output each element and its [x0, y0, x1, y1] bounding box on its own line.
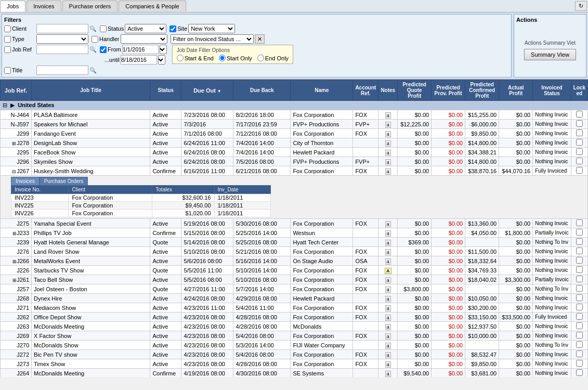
- job-title-cell[interactable]: PLASA Baltimore: [32, 110, 150, 120]
- job-title-cell[interactable]: Phillips TV Job: [32, 228, 150, 238]
- job-title-cell[interactable]: Land Rover Show: [32, 247, 150, 256]
- job-title-cell[interactable]: Bic Pen TV show: [32, 350, 150, 359]
- collapse-icon[interactable]: ⊟: [12, 169, 16, 174]
- job-title-cell[interactable]: Fandango Event: [32, 129, 150, 138]
- th-job-ref[interactable]: Job Ref.: [1, 80, 32, 101]
- from-label: From: [108, 46, 121, 53]
- job-ref-cell[interactable]: ⊟J267: [1, 166, 32, 176]
- filters-label: Filters: [4, 17, 509, 23]
- tab-purchase-orders[interactable]: Purchase orders: [62, 1, 118, 11]
- job-ref-cell[interactable]: ⊞J278: [1, 138, 32, 148]
- from-input[interactable]: [122, 45, 159, 54]
- th-status[interactable]: Status: [150, 80, 181, 101]
- job-title-cell[interactable]: McDonalds Meeting: [32, 322, 150, 331]
- status-checkbox[interactable]: [100, 25, 107, 32]
- status-select[interactable]: Active: [125, 24, 166, 33]
- job-title-cell[interactable]: FaceBook Show: [32, 148, 150, 157]
- date-option-end-only[interactable]: End Only: [257, 55, 289, 61]
- subtab-purchase-orders[interactable]: Purchase Orders: [40, 177, 88, 185]
- th-predicted-prov[interactable]: Predicted Prov. Profit: [432, 80, 465, 101]
- locked-cell[interactable]: [571, 110, 587, 120]
- type-checkbox[interactable]: [4, 36, 11, 43]
- jobref-checkbox[interactable]: [4, 46, 11, 53]
- expand-icon[interactable]: ⊞: [12, 141, 16, 146]
- due-back-cell: 8/2/2016 18:00: [233, 110, 291, 120]
- job-title-cell[interactable]: DesignLab Show: [32, 138, 150, 148]
- job-title-cell[interactable]: Mediacom Show: [32, 303, 150, 313]
- th-locked[interactable]: Lock ed: [571, 80, 587, 101]
- job-title-cell[interactable]: Taco Bell Show: [32, 275, 150, 284]
- until-dropdown[interactable]: [158, 55, 165, 64]
- filter-invoiced-clear[interactable]: ✕: [255, 34, 265, 44]
- title-checkbox[interactable]: [4, 67, 11, 74]
- job-ref-cell[interactable]: J296: [1, 157, 32, 166]
- job-title-cell[interactable]: Office Depot Show: [32, 313, 150, 322]
- until-label: ...until: [100, 57, 120, 63]
- tab-jobs[interactable]: Jobs: [0, 1, 25, 12]
- until-input[interactable]: [121, 55, 157, 64]
- th-predicted-confirmed[interactable]: Predicted Confirmed Profit: [465, 80, 499, 101]
- group-name: United States: [18, 102, 54, 108]
- th-invoiced-status[interactable]: Invoiced Status: [533, 80, 571, 101]
- th-actual-profit[interactable]: Actual Profit: [499, 80, 533, 101]
- title-search-icon[interactable]: 🔍: [89, 67, 97, 74]
- job-title-cell[interactable]: X Factor Show: [32, 331, 150, 341]
- date-option-start-end[interactable]: Start & End: [177, 55, 214, 61]
- filter-invoiced-select[interactable]: Filter on Invoiced Status ...: [171, 34, 254, 44]
- table-row: J299 Fandango Event Active 7/1/2016 08:0…: [1, 129, 588, 138]
- from-dropdown[interactable]: [160, 45, 167, 54]
- job-ref-cell[interactable]: N-J464: [1, 110, 32, 120]
- job-title-cell[interactable]: Yamaha Special Event: [32, 219, 150, 228]
- title-input[interactable]: [36, 66, 88, 75]
- type-select[interactable]: [36, 34, 88, 44]
- th-predicted-quote[interactable]: Predicted Quote Profit: [398, 80, 432, 101]
- job-title-cell[interactable]: Joel Osteen - Boston: [32, 284, 150, 294]
- job-ref-cell[interactable]: N-J597: [1, 120, 32, 129]
- table-row: J239 Hyatt Hotels General Manage Quote 5…: [1, 238, 588, 247]
- th-name[interactable]: Name: [291, 80, 353, 101]
- due-out-sort-icon: ▼: [217, 89, 221, 94]
- refresh-button[interactable]: ↻: [575, 1, 587, 11]
- date-option-start-only[interactable]: Start Only: [219, 55, 252, 61]
- from-checkbox[interactable]: [100, 46, 107, 53]
- group-expand-us[interactable]: ⊟: [3, 102, 7, 108]
- status-cell: Active: [150, 110, 181, 120]
- table-row: J226 Starbucks TV Show Quote 5/5/2016 11…: [1, 266, 588, 275]
- th-due-back[interactable]: Due Back: [233, 80, 291, 101]
- th-due-out[interactable]: Due Out ▼: [181, 80, 233, 101]
- job-title-cell[interactable]: McDonalds Show: [32, 341, 150, 350]
- handler-select[interactable]: [121, 34, 167, 44]
- job-title-cell[interactable]: Hyatt Hotels General Manage: [32, 238, 150, 247]
- job-ref-cell[interactable]: J295: [1, 148, 32, 157]
- job-title-cell[interactable]: McDonalds Meeting: [32, 369, 150, 378]
- job-title-cell[interactable]: Huskey-Smith Wedding: [32, 166, 150, 176]
- handler-checkbox[interactable]: [92, 36, 98, 43]
- client-input[interactable]: [36, 24, 88, 33]
- job-title-cell[interactable]: Skymiles Show: [32, 157, 150, 166]
- summary-view-button[interactable]: Summary View: [524, 49, 576, 60]
- client-search-icon[interactable]: 🔍: [89, 25, 97, 32]
- notes-cell[interactable]: a: [378, 110, 398, 120]
- job-title-cell[interactable]: MetalWorks Event: [32, 256, 150, 266]
- tab-invoices[interactable]: Invoices: [27, 1, 61, 11]
- pred-confirmed-cell: $15,255.00: [465, 110, 499, 120]
- filters-panel: Filters Client 🔍 Status Active Site: [2, 14, 512, 77]
- th-notes[interactable]: Notes: [378, 80, 398, 101]
- tab-companies[interactable]: Companies & People: [119, 1, 186, 11]
- job-title-cell[interactable]: Starbucks TV Show: [32, 266, 150, 275]
- th-job-title[interactable]: Job Title: [32, 80, 150, 101]
- pred-quote-cell: $0.00: [398, 110, 432, 120]
- jobref-input[interactable]: [36, 45, 88, 54]
- subtab-invoices[interactable]: Invoices: [11, 177, 40, 185]
- table-row: N-J464 PLASA Baltimore Active 7/23/2016 …: [1, 110, 588, 120]
- site-select[interactable]: New York: [188, 24, 235, 33]
- job-title-cell[interactable]: Timex Show: [32, 359, 150, 369]
- th-account-ref[interactable]: Account Ref.: [353, 80, 378, 101]
- jobref-search-icon[interactable]: 🔍: [89, 46, 97, 53]
- site-checkbox[interactable]: [169, 25, 176, 32]
- job-title-cell[interactable]: Speakers for Michael: [32, 120, 150, 129]
- client-checkbox[interactable]: [4, 25, 11, 32]
- job-title-cell[interactable]: Dynex Hire: [32, 294, 150, 303]
- site-label: Site: [177, 25, 187, 32]
- job-ref-cell[interactable]: J299: [1, 129, 32, 138]
